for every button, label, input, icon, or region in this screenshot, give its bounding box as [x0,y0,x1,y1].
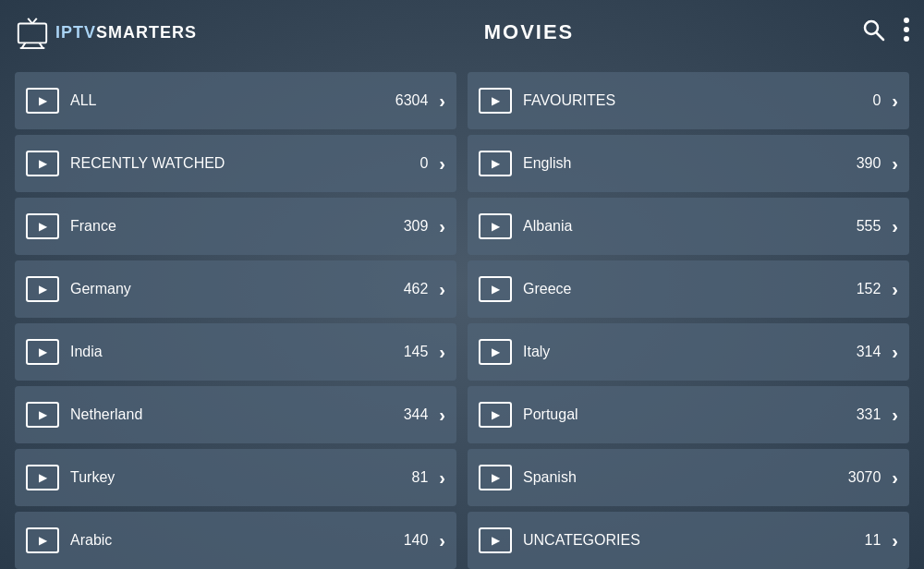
chevron-right-icon-germany: › [439,279,445,300]
chevron-right-icon-english: › [892,153,898,175]
item-count-india: 145 [404,344,429,360]
chevron-right-icon-albania: › [892,216,898,237]
item-label-turkey: Turkey [70,469,412,486]
play-icon-arabic [26,527,59,553]
search-icon[interactable] [861,18,885,47]
item-count-portugal: 331 [857,406,881,423]
item-label-english: English [523,155,857,172]
item-count-uncategories: 11 [865,532,881,549]
list-item-favourites[interactable]: FAVOURITES 0 › [468,72,909,129]
chevron-right-icon-portugal: › [892,405,898,426]
chevron-right-icon-favourites: › [892,91,898,112]
logo-smarters: SMARTERS [96,23,197,42]
chevron-right-icon-greece: › [892,279,898,300]
list-item-spanish[interactable]: Spanish 3070 › [468,449,909,506]
svg-point-10 [904,36,909,42]
item-label-italy: Italy [523,344,857,360]
item-label-germany: Germany [70,281,404,297]
more-options-icon[interactable] [904,18,909,47]
item-label-france: France [70,218,404,235]
header-actions [861,18,909,47]
play-icon-favourites [479,88,512,114]
item-count-all: 6304 [395,92,429,109]
svg-rect-0 [18,24,46,43]
logo-icon [15,15,50,50]
left-column: ALL 6304 › RECENTLY WATCHED 0 › France 3… [15,72,456,569]
list-item-greece[interactable]: Greece 152 › [468,260,909,318]
chevron-right-icon-france: › [439,216,445,237]
list-item-uncategories[interactable]: UNCATEGORIES 11 › [468,512,909,569]
item-label-albania: Albania [523,218,857,235]
item-count-italy: 314 [857,344,881,360]
main-content: ALL 6304 › RECENTLY WATCHED 0 › France 3… [0,65,924,569]
chevron-right-icon-netherland: › [439,405,445,426]
app-container: IPTVSMARTERS MOVIES [0,0,924,569]
play-icon-india [26,339,59,365]
item-label-portugal: Portugal [523,406,857,423]
svg-line-7 [876,33,883,41]
play-icon-italy [479,339,512,365]
svg-point-8 [904,18,909,23]
item-label-all: ALL [70,92,395,109]
item-label-uncategories: UNCATEGORIES [523,532,865,549]
header: IPTVSMARTERS MOVIES [0,0,924,65]
item-label-netherland: Netherland [70,406,404,423]
list-item-italy[interactable]: Italy 314 › [468,323,909,381]
play-icon-greece [479,276,512,302]
chevron-right-icon-uncategories: › [892,530,898,551]
play-icon-recently-watched [26,151,59,176]
item-label-arabic: Arabic [70,532,404,549]
list-item-netherland[interactable]: Netherland 344 › [15,386,456,443]
logo-text: IPTVSMARTERS [55,23,197,42]
svg-point-9 [904,27,909,32]
play-icon-portugal [479,402,512,428]
play-icon-turkey [26,465,59,490]
list-item-portugal[interactable]: Portugal 331 › [468,386,909,443]
item-count-germany: 462 [404,281,429,297]
play-icon-france [26,213,59,239]
chevron-right-icon-arabic: › [439,530,445,551]
chevron-right-icon-spanish: › [892,467,898,489]
play-icon-netherland [26,402,59,428]
item-label-greece: Greece [523,281,857,297]
list-item-albania[interactable]: Albania 555 › [468,198,909,255]
list-item-india[interactable]: India 145 › [15,323,456,381]
chevron-right-icon-italy: › [892,342,898,363]
right-column: FAVOURITES 0 › English 390 › Albania 555… [468,72,909,569]
list-item-all[interactable]: ALL 6304 › [15,72,456,129]
item-count-favourites: 0 [872,92,881,109]
list-item-turkey[interactable]: Turkey 81 › [15,449,456,506]
play-icon-albania [479,213,512,239]
play-icon-all [26,88,59,114]
logo: IPTVSMARTERS [15,15,197,50]
chevron-right-icon-all: › [439,91,445,112]
item-count-albania: 555 [857,218,881,235]
play-icon-uncategories [479,527,512,553]
item-count-recently-watched: 0 [419,155,428,172]
item-count-netherland: 344 [404,406,429,423]
item-label-favourites: FAVOURITES [523,92,872,109]
item-count-greece: 152 [857,281,881,297]
item-count-spanish: 3070 [848,469,881,486]
item-label-spanish: Spanish [523,469,848,486]
play-icon-germany [26,276,59,302]
chevron-right-icon-india: › [439,342,445,363]
page-title: MOVIES [484,20,575,44]
chevron-right-icon-turkey: › [439,467,445,489]
item-label-recently-watched: RECENTLY WATCHED [70,155,419,172]
list-item-france[interactable]: France 309 › [15,198,456,255]
item-count-arabic: 140 [404,532,429,549]
item-count-english: 390 [857,155,881,172]
item-label-india: India [70,344,404,360]
logo-iptv: IPTV [55,23,96,42]
list-item-recently-watched[interactable]: RECENTLY WATCHED 0 › [15,135,456,192]
list-item-arabic[interactable]: Arabic 140 › [15,512,456,569]
list-item-english[interactable]: English 390 › [468,135,909,192]
item-count-france: 309 [404,218,429,235]
chevron-right-icon-recently-watched: › [439,153,445,175]
item-count-turkey: 81 [412,469,429,486]
play-icon-english [479,151,512,176]
play-icon-spanish [479,465,512,490]
list-item-germany[interactable]: Germany 462 › [15,260,456,318]
